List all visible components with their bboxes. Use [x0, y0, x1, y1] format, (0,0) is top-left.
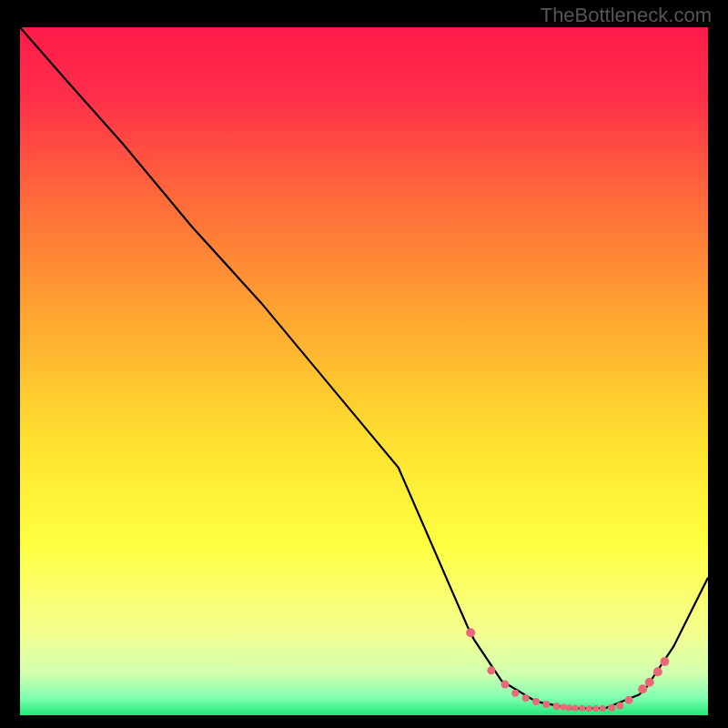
chart-container: TheBottleneck.com [0, 0, 728, 728]
marker-dot [653, 667, 662, 676]
marker-dot [572, 705, 579, 712]
marker-dot [579, 705, 585, 712]
marker-dot [625, 696, 633, 704]
marker-dot [638, 684, 647, 693]
marker-dot [645, 678, 654, 687]
gradient-background [20, 27, 708, 715]
marker-dot [660, 657, 669, 666]
marker-dot [466, 628, 475, 637]
plot-area [20, 27, 708, 715]
marker-dot [566, 704, 572, 711]
marker-dot [487, 666, 495, 674]
marker-dot [561, 703, 567, 710]
marker-dot [600, 705, 606, 712]
marker-dot [522, 694, 530, 702]
marker-dot [586, 705, 592, 712]
marker-dot [542, 701, 550, 708]
marker-dot [616, 702, 623, 709]
marker-dot [608, 704, 615, 712]
marker-dot [592, 705, 599, 712]
marker-dot [511, 690, 519, 697]
marker-dot [500, 680, 509, 688]
chart-svg [20, 27, 708, 715]
marker-dot [532, 698, 540, 705]
watermark-text: TheBottleneck.com [541, 4, 712, 27]
marker-dot [553, 703, 561, 710]
